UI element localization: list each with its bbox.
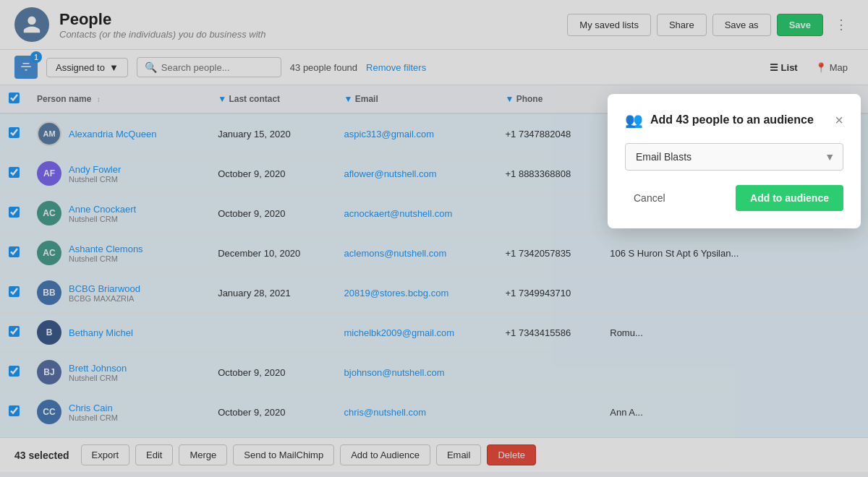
add-to-audience-modal: 👥 Add 43 people to an audience × Email B… bbox=[608, 94, 861, 228]
audience-select[interactable]: Email Blasts Newsletter Promotions Updat… bbox=[625, 143, 843, 171]
modal-footer: Cancel Add to audience bbox=[625, 185, 843, 211]
modal-add-button[interactable]: Add to audience bbox=[736, 185, 843, 211]
modal-overlay: 👥 Add 43 people to an audience × Email B… bbox=[0, 0, 868, 477]
modal-close-button[interactable]: × bbox=[835, 113, 843, 127]
modal-header: 👥 Add 43 people to an audience × bbox=[625, 111, 843, 129]
audience-icon: 👥 bbox=[625, 111, 643, 129]
modal-title: 👥 Add 43 people to an audience bbox=[625, 111, 814, 129]
modal-cancel-button[interactable]: Cancel bbox=[625, 188, 674, 208]
audience-select-wrapper: Email Blasts Newsletter Promotions Updat… bbox=[625, 143, 843, 171]
